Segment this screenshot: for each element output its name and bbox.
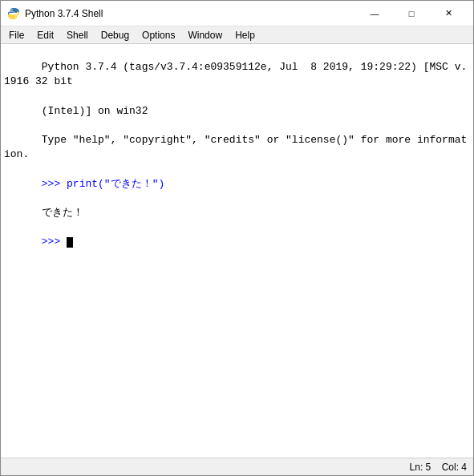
menu-help[interactable]: Help bbox=[229, 28, 261, 42]
maximize-button[interactable]: □ bbox=[393, 1, 430, 26]
menu-bar: File Edit Shell Debug Options Window Hel… bbox=[1, 26, 473, 44]
main-window: Python 3.7.4 Shell — □ ✕ File Edit Shell… bbox=[0, 0, 474, 476]
svg-point-0 bbox=[11, 9, 13, 10]
status-bar: Ln: 5 Col: 4 bbox=[1, 458, 473, 475]
menu-debug[interactable]: Debug bbox=[95, 28, 136, 42]
version-line1: Python 3.7.4 (tags/v3.7.4:e09359112e, Ju… bbox=[4, 61, 467, 87]
shell-content[interactable]: Python 3.7.4 (tags/v3.7.4:e09359112e, Ju… bbox=[1, 44, 473, 458]
menu-edit[interactable]: Edit bbox=[30, 28, 60, 42]
status-col: Col: 4 bbox=[442, 462, 467, 473]
window-controls: — □ ✕ bbox=[356, 1, 467, 26]
minimize-button[interactable]: — bbox=[356, 1, 393, 26]
menu-window[interactable]: Window bbox=[181, 28, 229, 42]
python-icon bbox=[7, 7, 20, 20]
status-ln-col: Ln: 5 Col: 4 bbox=[410, 462, 467, 473]
title-bar: Python 3.7.4 Shell — □ ✕ bbox=[1, 1, 473, 26]
prompt-2: >>> bbox=[42, 236, 67, 248]
prompt-1: >>> bbox=[42, 178, 67, 190]
version-line2: (Intel)] on win32 bbox=[42, 105, 148, 117]
status-ln: Ln: 5 bbox=[410, 462, 431, 473]
shell-output: Python 3.7.4 (tags/v3.7.4:e09359112e, Ju… bbox=[4, 46, 470, 264]
menu-shell[interactable]: Shell bbox=[60, 28, 95, 42]
window-title: Python 3.7.4 Shell bbox=[25, 8, 356, 19]
cursor bbox=[67, 237, 73, 248]
menu-options[interactable]: Options bbox=[136, 28, 181, 42]
close-button[interactable]: ✕ bbox=[430, 1, 467, 26]
command-1: print("できた！") bbox=[67, 178, 164, 190]
help-line: Type "help", "copyright", "credits" or "… bbox=[4, 134, 467, 160]
svg-point-1 bbox=[14, 16, 16, 18]
menu-file[interactable]: File bbox=[2, 28, 30, 42]
output-1: できた！ bbox=[42, 207, 83, 219]
